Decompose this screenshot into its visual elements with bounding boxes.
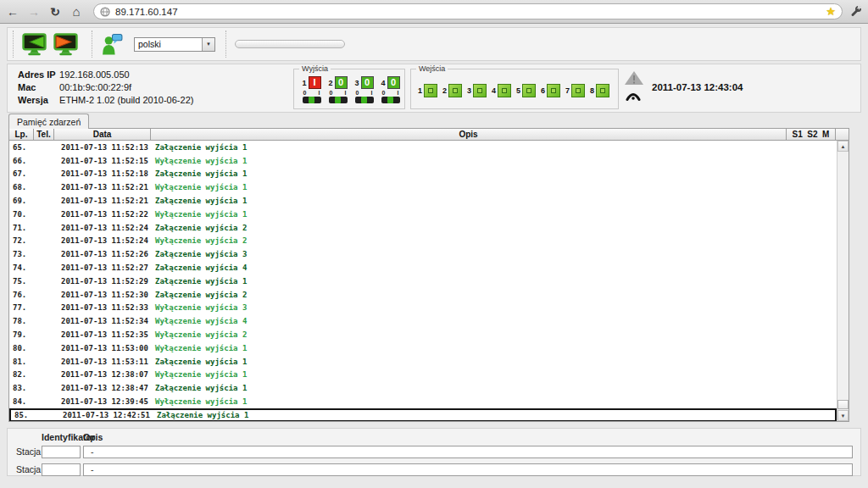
output-toggle[interactable] bbox=[381, 97, 400, 103]
connect-monitor-icon[interactable] bbox=[22, 33, 47, 56]
output-state-box: I bbox=[309, 76, 321, 89]
input-number: 1 bbox=[418, 86, 422, 95]
event-date: 2011-07-13 11:52:22 bbox=[54, 210, 151, 219]
toolbar-separator bbox=[92, 30, 92, 58]
station-id-field[interactable] bbox=[42, 446, 81, 458]
input-led-icon bbox=[473, 84, 487, 97]
device-ip-row: Adres IP 192.168.005.050 bbox=[18, 69, 130, 80]
table-row[interactable]: 75. 2011-07-13 11:52:29 Załączenie wyjśc… bbox=[9, 274, 837, 288]
device-mac-label: Mac bbox=[18, 82, 57, 92]
station-id-field[interactable] bbox=[42, 463, 81, 476]
scroll-down-icon[interactable]: ▼ bbox=[837, 410, 849, 421]
outputs-group-title: Wyjścia bbox=[299, 64, 331, 73]
input-led-inner bbox=[428, 88, 433, 93]
forward-icon[interactable]: → bbox=[25, 3, 42, 20]
device-version-label: Wersja bbox=[18, 95, 57, 105]
input-number: 2 bbox=[442, 86, 447, 95]
reload-icon[interactable]: ↻ bbox=[47, 3, 64, 20]
output-toggle-labels: 0 I bbox=[356, 90, 373, 96]
event-description: Wyłączenie wyjścia 1 bbox=[151, 157, 837, 165]
event-table-body: 65. 2011-07-13 11:52:13 Załączenie wyjśc… bbox=[9, 141, 837, 421]
output-state-box: 0 bbox=[387, 76, 400, 89]
event-description: Załączenie wyjścia 2 bbox=[151, 224, 837, 232]
table-row[interactable]: 65. 2011-07-13 11:52:13 Załączenie wyjśc… bbox=[9, 141, 837, 154]
output-number: 3 bbox=[354, 79, 359, 87]
table-row[interactable]: 83. 2011-07-13 12:38:47 Załączenie wyjśc… bbox=[9, 381, 837, 395]
chevron-down-icon[interactable]: ▼ bbox=[202, 38, 214, 51]
event-number: 69. bbox=[9, 197, 34, 205]
input-led-icon bbox=[571, 84, 585, 97]
back-icon[interactable]: ← bbox=[4, 3, 21, 20]
vertical-scrollbar[interactable]: ▲ ▼ bbox=[837, 141, 849, 421]
wrench-menu-icon[interactable] bbox=[849, 6, 861, 18]
table-row[interactable]: 85. 2011-07-13 12:42:51 Załączenie wyjśc… bbox=[9, 408, 837, 421]
event-number: 67. bbox=[9, 169, 34, 178]
device-version-row: Wersja ETHM-2 1.02 (build 2010-06-22) bbox=[18, 95, 193, 105]
table-row[interactable]: 80. 2011-07-13 11:53:00 Wyłączenie wyjśc… bbox=[9, 341, 837, 355]
output-toggle-labels: 0 I bbox=[303, 90, 320, 96]
table-row[interactable]: 77. 2011-07-13 11:52:33 Wyłączenie wyjśc… bbox=[9, 302, 837, 315]
event-date: 2011-07-13 11:52:15 bbox=[54, 157, 151, 165]
table-row[interactable]: 79. 2011-07-13 11:52:35 Wyłączenie wyjśc… bbox=[9, 328, 837, 341]
station-desc-field[interactable]: - bbox=[83, 463, 853, 476]
input-indicator: 4 bbox=[492, 84, 516, 97]
input-led-icon bbox=[522, 84, 536, 97]
ethm2-web-page: ← → ↻ ⌂ 89.171.60.147 ★ bbox=[0, 0, 868, 488]
input-led-inner bbox=[502, 88, 507, 93]
table-row[interactable]: 72. 2011-07-13 11:52:24 Wyłączenie wyjśc… bbox=[9, 235, 837, 248]
table-row[interactable]: 69. 2011-07-13 11:52:21 Załączenie wyjśc… bbox=[9, 194, 837, 208]
output-toggle[interactable] bbox=[329, 97, 348, 103]
output-indicator: 2 0 0 I bbox=[325, 76, 351, 108]
header-lp: Lp. bbox=[9, 129, 34, 141]
disconnect-monitor-icon[interactable] bbox=[53, 33, 78, 56]
event-description: Załączenie wyjścia 3 bbox=[151, 250, 837, 258]
event-date: 2011-07-13 11:52:21 bbox=[54, 197, 151, 205]
input-indicator: 6 bbox=[541, 84, 565, 97]
event-number: 68. bbox=[9, 183, 34, 191]
toggle-off-label: 0 bbox=[330, 90, 333, 96]
table-row[interactable]: 74. 2011-07-13 11:52:27 Załączenie wyjśc… bbox=[9, 261, 837, 274]
table-row[interactable]: 68. 2011-07-13 11:52:21 Wyłączenie wyjśc… bbox=[9, 180, 837, 194]
scroll-up-icon[interactable]: ▲ bbox=[837, 141, 849, 152]
event-date: 2011-07-13 12:39:45 bbox=[54, 397, 151, 406]
table-row[interactable]: 66. 2011-07-13 11:52:15 Wyłączenie wyjśc… bbox=[9, 154, 837, 168]
station-row: Stacja 2 - bbox=[8, 463, 860, 476]
station-desc-field[interactable]: - bbox=[83, 446, 853, 458]
inputs-group-title: Wejścia bbox=[416, 64, 448, 73]
toolbar-separator bbox=[225, 30, 226, 58]
input-indicator: 8 bbox=[590, 84, 615, 97]
table-row[interactable]: 76. 2011-07-13 11:52:30 Załączenie wyjśc… bbox=[9, 288, 837, 302]
table-row[interactable]: 84. 2011-07-13 12:39:45 Wyłączenie wyjśc… bbox=[9, 395, 837, 408]
table-row[interactable]: 73. 2011-07-13 11:52:26 Załączenie wyjśc… bbox=[9, 247, 837, 261]
event-date: 2011-07-13 12:38:47 bbox=[54, 384, 151, 392]
toolbar-separator bbox=[13, 30, 14, 58]
device-datetime: 2011-07-13 12:43:04 bbox=[652, 82, 743, 92]
output-toggle[interactable] bbox=[303, 97, 321, 103]
language-select[interactable]: polski ▼ bbox=[134, 37, 215, 52]
table-row[interactable]: 70. 2011-07-13 11:52:22 Wyłączenie wyjśc… bbox=[9, 208, 837, 221]
input-number: 4 bbox=[492, 86, 496, 95]
tab-event-memory[interactable]: Pamięć zdarzeń bbox=[8, 114, 89, 129]
table-row[interactable]: 82. 2011-07-13 12:38:07 Wyłączenie wyjśc… bbox=[9, 369, 837, 382]
input-indicator: 3 bbox=[467, 84, 492, 97]
input-led-icon bbox=[448, 84, 462, 97]
language-selected-value: polski bbox=[135, 39, 202, 49]
table-row[interactable]: 71. 2011-07-13 11:52:24 Załączenie wyjśc… bbox=[9, 221, 837, 235]
table-row[interactable]: 78. 2011-07-13 11:52:34 Wyłączenie wyjśc… bbox=[9, 314, 837, 328]
output-indicator: 4 0 0 I bbox=[377, 76, 403, 108]
event-number: 80. bbox=[9, 344, 34, 352]
scrollbar-thumb[interactable] bbox=[837, 400, 849, 409]
home-icon[interactable]: ⌂ bbox=[68, 3, 85, 20]
toggle-on-label: I bbox=[319, 90, 320, 96]
event-number: 79. bbox=[9, 330, 34, 339]
address-bar[interactable]: 89.171.60.147 ★ bbox=[93, 3, 843, 19]
bookmark-star-icon[interactable]: ★ bbox=[826, 6, 836, 17]
table-row[interactable]: 67. 2011-07-13 11:52:18 Załączenie wyjśc… bbox=[9, 168, 837, 181]
event-date: 2011-07-13 11:52:24 bbox=[54, 236, 151, 245]
url-text[interactable]: 89.171.60.147 bbox=[115, 7, 826, 17]
input-led-icon bbox=[596, 84, 609, 97]
table-row[interactable]: 81. 2011-07-13 11:53:11 Załączenie wyjśc… bbox=[9, 355, 837, 369]
station-row: Stacja 1 - bbox=[8, 446, 860, 458]
output-toggle[interactable] bbox=[355, 97, 374, 103]
event-description: Załączenie wyjścia 1 bbox=[153, 411, 835, 419]
